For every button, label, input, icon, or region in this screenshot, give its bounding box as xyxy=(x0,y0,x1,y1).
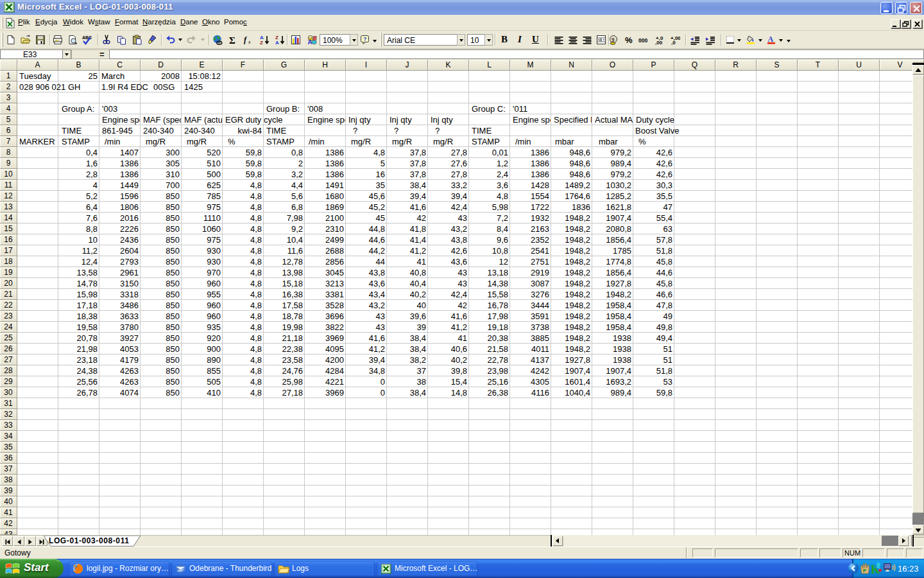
svg-text:F: F xyxy=(863,568,866,574)
svg-text:,0: ,0 xyxy=(671,40,676,45)
svg-text:x: x xyxy=(248,39,251,45)
svg-text:9: 9 xyxy=(612,37,615,43)
svg-text:?: ? xyxy=(363,36,367,42)
svg-text:,00: ,00 xyxy=(655,40,663,45)
svg-text:000: 000 xyxy=(638,37,647,44)
svg-text:%: % xyxy=(625,35,633,45)
svg-text:f: f xyxy=(244,35,247,44)
svg-text:A: A xyxy=(275,40,279,45)
svg-text:A: A xyxy=(308,39,312,45)
svg-text:a: a xyxy=(599,37,602,42)
svg-text:Σ: Σ xyxy=(229,35,235,46)
svg-text:Z: Z xyxy=(260,40,263,45)
svg-text:A: A xyxy=(768,35,774,44)
